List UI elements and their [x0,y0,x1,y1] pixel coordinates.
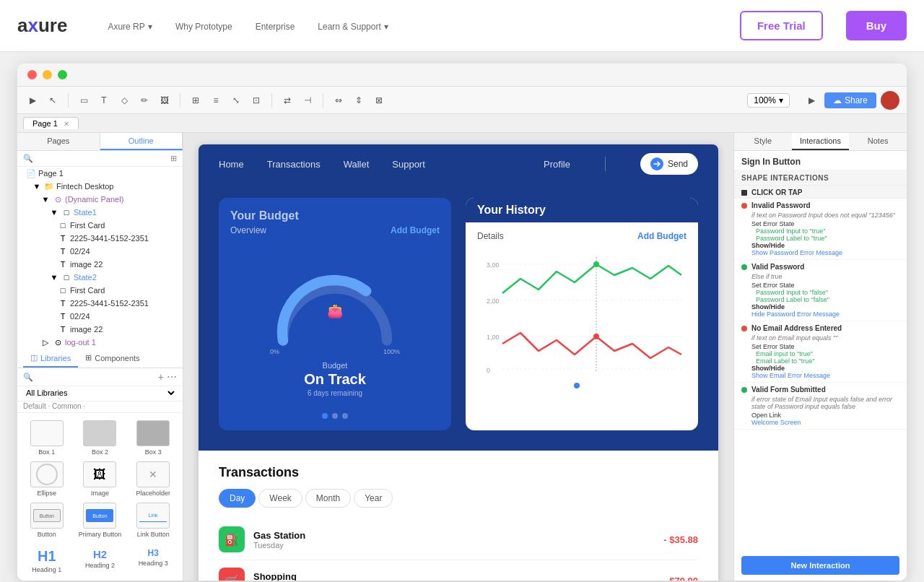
component-link-button[interactable]: Link Link Button [129,503,177,538]
component-box2[interactable]: Box 2 [77,420,124,456]
pen-tool-icon[interactable]: ✏ [136,92,152,108]
tree-image-1[interactable]: T image 22 [17,258,183,271]
tree-state1[interactable]: ▼ □ State1 [17,206,183,219]
resize-icon[interactable]: ⤡ [228,92,244,108]
component-ellipse[interactable]: Ellipse [23,461,71,497]
add-budget-link[interactable]: Add Budget [391,225,440,235]
tree-card-number-2[interactable]: T 2225-3441-5152-2351 [17,297,183,310]
free-trial-button[interactable]: Free Trial [740,11,823,40]
select-tool-icon[interactable]: ▶ [25,92,40,108]
connect-icon[interactable]: ⇄ [279,92,295,108]
top-navigation: axure Axure RP ▾ Why Prototype Enterpris… [0,0,924,52]
zoom-value: 100% [754,95,776,105]
component-image[interactable]: 🖼 Image [77,461,124,497]
tree-fintech-desktop[interactable]: ▼ 📁 Fintech Desktop [17,180,183,193]
history-dot-1[interactable] [574,383,580,388]
nav-learn-support[interactable]: Learn & Support ▾ [318,19,388,32]
component-button[interactable]: Button Button [23,503,71,538]
ellipse-preview [30,461,64,487]
component-box3[interactable]: Box 3 [129,420,177,456]
tab-components[interactable]: ⊞ Components [78,349,147,368]
heading-1-item[interactable]: H1 Heading 1 [23,548,71,573]
gas-station-icon: ⛽ [219,526,245,552]
history-chart-svg: 3,00 2,00 1,00 0 [477,250,687,380]
libraries-search-input[interactable] [36,373,155,381]
logo[interactable]: axure [17,14,67,37]
page-tab[interactable]: Page 1 ✕ [23,117,79,129]
new-interaction-button[interactable]: New Interaction [741,556,899,575]
rectangle-tool-icon[interactable]: ▭ [76,92,92,108]
dot-3[interactable] [342,413,348,419]
tab-outline[interactable]: Outline [100,133,183,150]
tab-week[interactable]: Week [258,489,302,508]
tab-year[interactable]: Year [354,489,393,508]
tab-style[interactable]: Style [734,133,792,150]
pointer-tool-icon[interactable]: ↖ [45,92,61,108]
tree-first-card-2[interactable]: □ First Card [17,284,183,297]
zoom-dropdown-icon[interactable]: ▾ [779,95,783,105]
nav-wallet[interactable]: Wallet [344,159,370,170]
history-add-budget[interactable]: Add Budget [637,231,687,241]
invalid-password-action-header: Set Error State [741,220,899,227]
tree-expiry-1[interactable]: T 02/24 [17,245,183,258]
component-placeholder[interactable]: ✕ Placeholder [129,461,177,497]
tree-state2[interactable]: ▼ □ State2 [17,271,183,284]
transform-icon[interactable]: ⊞ [188,92,204,108]
nav-why-prototype[interactable]: Why Prototype [175,19,232,32]
tab-pages[interactable]: Pages [17,133,100,150]
border-icon[interactable]: ⊠ [371,92,387,108]
dot-2[interactable] [332,413,338,419]
nav-axure-rp[interactable]: Axure RP ▾ [108,19,152,32]
page-icon: 📄 [26,168,36,178]
profile-link[interactable]: Profile [544,159,570,170]
distribute-icon[interactable]: ⊣ [300,92,315,108]
crop-icon[interactable]: ⊡ [248,92,264,108]
preview-icon[interactable]: ▶ [804,92,820,108]
tree-expiry-2[interactable]: T 02/24 [17,310,183,323]
heading-3-item[interactable]: H3 Heading 3 [129,548,177,573]
nav-home[interactable]: Home [219,159,244,170]
tree-logout[interactable]: ▷ ⊙ log-out 1 [17,336,183,349]
buy-button[interactable]: Buy [846,11,907,40]
tree-page-1[interactable]: 📄 Page 1 [17,167,183,180]
tree-dynamic-panel[interactable]: ▼ ⊙ (Dynamic Panel) [17,193,183,206]
box1-preview [30,420,64,446]
history-dot-2[interactable] [584,383,590,388]
filter-icon[interactable]: ⊞ [170,154,177,163]
libs-more-icon[interactable]: ⋯ [167,371,177,383]
traffic-light-yellow[interactable] [43,70,52,79]
nav-support[interactable]: Support [392,159,425,170]
shape-tool-icon[interactable]: ◇ [116,92,132,108]
tree-image-2[interactable]: T image 22 [17,323,183,336]
tab-interactions[interactable]: Interactions [792,133,850,150]
share-button[interactable]: ☁ Share [824,92,876,108]
canvas[interactable]: Home Transactions Wallet Support Profile… [183,133,733,581]
tree-card-number-1[interactable]: T 2225-3441-5152-2351 [17,232,183,245]
component-box1[interactable]: Box 1 [23,420,71,456]
tab-libraries[interactable]: ◫ Libraries [23,349,78,368]
dot-1[interactable] [322,413,328,419]
libs-add-icon[interactable]: + [158,371,164,383]
tree-first-card-1[interactable]: □ First Card [17,219,183,232]
component-primary-button[interactable]: Button Primary Button [77,503,124,538]
image-tool-icon[interactable]: 🖼 [157,92,173,108]
tab-day[interactable]: Day [219,489,256,508]
tab-month[interactable]: Month [305,489,351,508]
traffic-light-green[interactable] [58,70,67,79]
send-button[interactable]: Send [640,153,698,175]
close-tab-icon[interactable]: ✕ [64,120,69,128]
traffic-light-red[interactable] [27,70,37,79]
spacing-v-icon[interactable]: ⇕ [351,92,367,108]
text-tool-icon[interactable]: T [96,92,112,108]
nav-transactions[interactable]: Transactions [267,159,321,170]
group-icon-2: ▷ [40,337,51,347]
zoom-control[interactable]: 100% ▾ [747,93,790,108]
tab-notes[interactable]: Notes [849,133,907,150]
spacing-h-icon[interactable]: ⇔ [331,92,346,108]
user-avatar[interactable] [881,91,899,110]
libraries-dropdown[interactable]: All Libraries [23,388,177,398]
outline-search-input[interactable] [36,155,167,163]
heading-2-item[interactable]: H2 Heading 2 [77,548,124,573]
align-icon[interactable]: ≡ [208,92,224,108]
nav-enterprise[interactable]: Enterprise [256,19,295,32]
